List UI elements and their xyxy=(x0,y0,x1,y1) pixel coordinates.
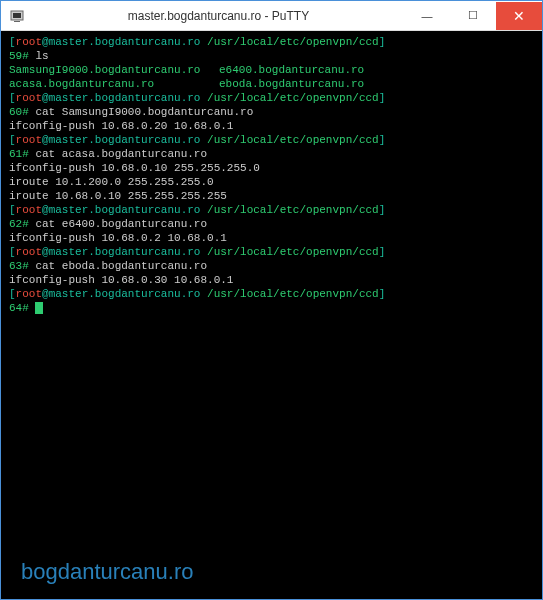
prompt-line: [root@master.bogdanturcanu.ro /usr/local… xyxy=(9,203,534,217)
svg-rect-1 xyxy=(13,13,21,18)
window-controls: — ☐ ✕ xyxy=(404,2,542,30)
watermark: bogdanturcanu.ro xyxy=(21,565,193,579)
close-button[interactable]: ✕ xyxy=(496,2,542,30)
putty-icon xyxy=(9,8,25,24)
window-title: master.bogdanturcanu.ro - PuTTY xyxy=(33,9,404,23)
svg-rect-2 xyxy=(14,21,20,22)
output-line: iroute 10.68.0.10 255.255.255.255 xyxy=(9,189,534,203)
minimize-button[interactable]: — xyxy=(404,2,450,30)
terminal-area[interactable]: [root@master.bogdanturcanu.ro /usr/local… xyxy=(1,31,542,599)
command-line: 63# cat eboda.bogdanturcanu.ro xyxy=(9,259,534,273)
command-line: 64# xyxy=(9,301,534,315)
output-line: iroute 10.1.200.0 255.255.255.0 xyxy=(9,175,534,189)
prompt-line: [root@master.bogdanturcanu.ro /usr/local… xyxy=(9,91,534,105)
prompt-line: [root@master.bogdanturcanu.ro /usr/local… xyxy=(9,35,534,49)
command-line: 62# cat e6400.bogdanturcanu.ro xyxy=(9,217,534,231)
output-line: ifconfig-push 10.68.0.2 10.68.0.1 xyxy=(9,231,534,245)
titlebar[interactable]: master.bogdanturcanu.ro - PuTTY — ☐ ✕ xyxy=(1,1,542,31)
output-line: ifconfig-push 10.68.0.20 10.68.0.1 xyxy=(9,119,534,133)
command-line: 60# cat SamsungI9000.bogdanturcanu.ro xyxy=(9,105,534,119)
prompt-line: [root@master.bogdanturcanu.ro /usr/local… xyxy=(9,287,534,301)
putty-window: master.bogdanturcanu.ro - PuTTY — ☐ ✕ [r… xyxy=(0,0,543,600)
command-line: 61# cat acasa.bogdanturcanu.ro xyxy=(9,147,534,161)
ls-output-row: acasa.bogdanturcanu.roeboda.bogdanturcan… xyxy=(9,77,534,91)
cursor xyxy=(35,302,43,314)
prompt-line: [root@master.bogdanturcanu.ro /usr/local… xyxy=(9,133,534,147)
output-line: ifconfig-push 10.68.0.30 10.68.0.1 xyxy=(9,273,534,287)
prompt-line: [root@master.bogdanturcanu.ro /usr/local… xyxy=(9,245,534,259)
maximize-button[interactable]: ☐ xyxy=(450,2,496,30)
output-line: ifconfig-push 10.68.0.10 255.255.255.0 xyxy=(9,161,534,175)
command-line: 59# ls xyxy=(9,49,534,63)
ls-output-row: SamsungI9000.bogdanturcanu.roe6400.bogda… xyxy=(9,63,534,77)
